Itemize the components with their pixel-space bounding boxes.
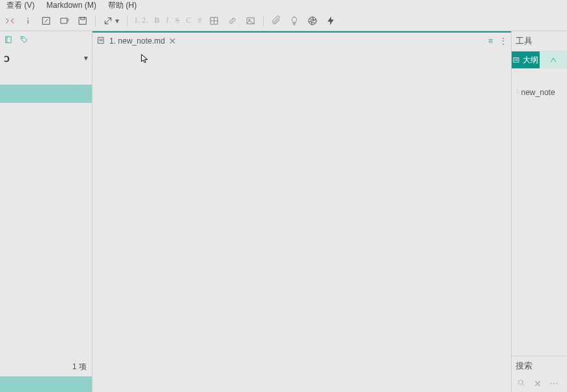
tools-panel: 工具 大纲 └ new_note 搜索 ✕ ⋯ (511, 31, 567, 392)
info-icon[interactable] (21, 14, 35, 28)
chevron-down-icon: ▾ (84, 53, 88, 63)
menubar: 查看 (V) Markdown (M) 帮助 (H) (0, 0, 567, 10)
svg-rect-5 (81, 17, 84, 19)
svg-rect-4 (79, 17, 87, 24)
tab-label: 1. new_note.md (109, 36, 165, 46)
list-footer-bar (0, 376, 92, 392)
item-count-label: 1 项 (0, 357, 92, 376)
bold-button[interactable]: B (153, 16, 161, 25)
discard-icon[interactable] (57, 14, 72, 28)
outline-item-label: new_note (521, 88, 555, 97)
menu-view[interactable]: 查看 (V) (7, 0, 35, 11)
search-section: 搜索 ✕ ⋯ (512, 356, 567, 392)
link-icon[interactable] (225, 14, 240, 28)
notebook-selector[interactable]: ɔ ▾ (0, 48, 92, 68)
recycle-icon[interactable] (3, 14, 17, 28)
svg-point-12 (309, 17, 316, 25)
menu-help[interactable]: 帮助 (H) (108, 0, 137, 11)
svg-marker-13 (327, 16, 333, 25)
search-options-icon[interactable]: ⋯ (549, 378, 559, 389)
active-tab[interactable]: 1. new_note.md ✕ (96, 36, 176, 47)
svg-rect-14 (6, 36, 11, 42)
notebook-icon-row (0, 31, 92, 48)
tools-tabs: 大纲 (512, 51, 567, 68)
tab-bar: 1. new_note.md ✕ ≡ ⋮ (92, 33, 511, 49)
aperture-icon[interactable] (305, 14, 320, 28)
search-title: 搜索 (512, 356, 567, 376)
menu-markdown[interactable]: Markdown (M) (46, 1, 96, 10)
book-icon[interactable] (3, 34, 14, 46)
notebook-title: ɔ (4, 52, 10, 64)
tree-branch-icon: └ (514, 88, 520, 97)
save-icon[interactable] (76, 14, 90, 28)
clear-search-icon[interactable]: ✕ (534, 378, 542, 389)
editor-pane: 1. new_note.md ✕ ≡ ⋮ (92, 31, 511, 392)
separator (263, 15, 264, 27)
search-icon[interactable] (517, 378, 526, 389)
mouse-cursor-icon (139, 53, 150, 64)
image-icon[interactable] (243, 14, 258, 28)
notebook-panel: ɔ ▾ 1 项 (0, 31, 92, 392)
toolbar: ▾ 1. 2. B I S C # (0, 10, 567, 31)
outline-item[interactable]: └ new_note (514, 88, 564, 97)
tab-tools-secondary[interactable] (540, 51, 568, 68)
close-icon[interactable]: ✕ (169, 36, 176, 46)
svg-point-0 (27, 18, 28, 18)
svg-rect-20 (514, 58, 519, 63)
file-row-selected[interactable] (0, 85, 92, 103)
svg-line-6 (105, 18, 111, 23)
svg-point-16 (22, 38, 23, 38)
strike-button[interactable]: S (174, 16, 181, 25)
file-list (0, 68, 92, 357)
separator (95, 15, 96, 27)
menu-lines-icon[interactable]: ≡ (488, 36, 493, 46)
table-icon[interactable] (207, 14, 221, 28)
svg-point-11 (249, 19, 250, 20)
tools-title: 工具 (512, 31, 567, 51)
bulb-icon[interactable] (287, 14, 301, 28)
separator (127, 15, 128, 27)
tag-icon[interactable] (18, 34, 30, 46)
svg-point-23 (518, 380, 523, 384)
editor-canvas[interactable] (92, 49, 511, 392)
expand-button[interactable]: ▾ (101, 14, 122, 28)
heading-button[interactable]: # (197, 16, 203, 25)
svg-rect-3 (61, 18, 67, 23)
italic-button[interactable]: I (165, 16, 170, 25)
tab-outline[interactable]: 大纲 (512, 51, 540, 68)
outline-tree: └ new_note (512, 68, 567, 356)
ordered-list-button[interactable]: 1. 2. (133, 16, 149, 25)
edit-icon[interactable] (39, 14, 53, 28)
document-icon (96, 36, 105, 47)
code-inline-button[interactable]: C (185, 16, 193, 25)
flash-icon[interactable] (324, 14, 338, 28)
main-area: ɔ ▾ 1 项 1. new_note.md ✕ ≡ ⋮ 工具 (0, 31, 567, 392)
svg-line-24 (523, 384, 525, 386)
vertical-dots-icon[interactable]: ⋮ (499, 36, 507, 46)
svg-rect-17 (98, 37, 104, 43)
attachment-icon[interactable] (269, 14, 283, 28)
